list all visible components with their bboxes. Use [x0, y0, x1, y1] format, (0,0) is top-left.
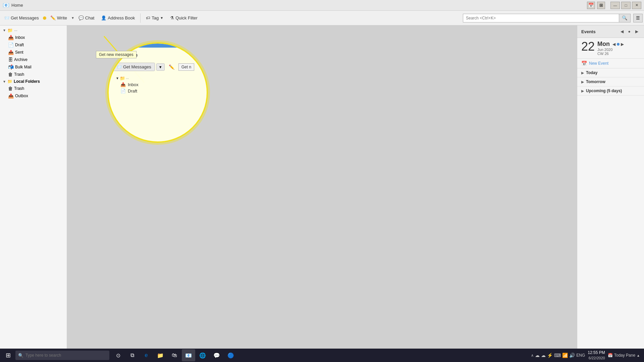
trash-icon-account: 🗑 — [8, 72, 13, 77]
write-button[interactable]: ✏️ Write — [48, 14, 70, 22]
tag-button[interactable]: 🏷 Tag ▼ — [143, 14, 166, 22]
events-group-upcoming-header[interactable]: ▶ Upcoming (5 days) — [577, 86, 644, 95]
zoom-pencil-icon[interactable]: ✏️ — [166, 63, 177, 71]
zoom-get-tooltip: Get n — [178, 63, 194, 71]
taskbar-sys-icons: ∧ ☁ ☁ ⚡ ⌨ 📶 🔊 ENG — [531, 353, 585, 358]
taskbar-slack-btn[interactable]: 💬 — [210, 349, 223, 361]
events-today-btn[interactable]: ● — [626, 28, 633, 35]
get-messages-button[interactable]: 📨 Get Messages — [1, 14, 42, 22]
calendar-week: CW 26 — [597, 52, 624, 56]
taskbar-today-pane[interactable]: 📅 Today Pane ▲ — [608, 353, 640, 358]
quick-filter-button[interactable]: ⚗ Quick Filter — [167, 14, 200, 22]
outbox-icon: 📤 — [8, 93, 14, 99]
taskbar-time-display: 12:55 PM — [588, 350, 605, 356]
toolbar: 📨 Get Messages ✏️ Write ▼ 💬 Chat 👤 Addre… — [0, 11, 644, 25]
bulk-mail-icon: 📬 — [8, 64, 14, 70]
minimize-button[interactable]: — — [610, 2, 620, 9]
maximize-button[interactable]: □ — [621, 2, 631, 9]
new-event-button[interactable]: 📅 New Event — [577, 59, 644, 68]
calendar-icon-btn[interactable]: 📅 — [587, 2, 595, 9]
local-folders-header[interactable]: ▼ 📁 Local Folders — [0, 78, 67, 85]
sidebar-item-inbox[interactable]: 📥 Inbox — [0, 34, 67, 41]
account-icon: 📁 — [7, 28, 13, 33]
taskbar-edge-btn[interactable]: e — [140, 349, 153, 361]
events-group-tomorrow-header[interactable]: ▶ Tomorrow — [577, 77, 644, 86]
zoom-get-messages-btn[interactable]: 📨 Get Messages — [113, 63, 155, 71]
chat-button[interactable]: 💬 Chat — [76, 14, 97, 22]
events-title: Events — [581, 29, 596, 34]
taskbar-taskview-btn[interactable]: ⧉ — [125, 349, 139, 361]
address-book-button[interactable]: 👤 Address Book — [98, 14, 138, 22]
taskbar-mail-btn[interactable]: 📧 — [182, 349, 195, 361]
taskbar-clock[interactable]: 12:55 PM 6/22/2020 — [588, 350, 605, 361]
sent-icon: 📤 — [8, 50, 14, 55]
sidebar-item-trash-local[interactable]: 🗑 Trash — [0, 85, 67, 92]
events-group-tomorrow: ▶ Tomorrow — [577, 77, 644, 86]
sidebar-item-trash-account[interactable]: 🗑 Trash — [0, 71, 67, 78]
calendar-section: 22 Mon ◀ ▶ Jun 2020 CW 26 — [577, 38, 644, 59]
app-icon: 📧 — [3, 2, 9, 8]
events-prev-btn[interactable]: ◀ — [619, 28, 625, 35]
zoom-get-messages-icon: 📨 — [116, 64, 122, 69]
taskbar-cortana-btn[interactable]: ⊙ — [111, 349, 125, 361]
upcoming-expand-icon: ▶ — [581, 89, 584, 93]
taskbar-arrow-icon[interactable]: ∧ — [531, 353, 534, 358]
taskbar-usb-icon: ⚡ — [547, 353, 553, 358]
taskbar-wifi-icon: 📶 — [562, 353, 568, 358]
taskbar-search-box[interactable]: 🔍 — [15, 351, 109, 360]
calendar-nav: ◀ ▶ — [612, 42, 624, 47]
sidebar: ▼ 📁 ··· 📥 Inbox 📄 Draft 📤 Sent 🗄 Archive… — [0, 25, 67, 349]
sidebar-item-outbox[interactable]: 📤 Outbox — [0, 92, 67, 100]
taskbar-app-btn[interactable]: 🔵 — [224, 349, 237, 361]
events-next-btn[interactable]: ▶ — [633, 28, 640, 35]
account-row[interactable]: ▼ 📁 ··· — [0, 27, 67, 34]
zoom-expand-arrow: ▼ — [116, 76, 119, 80]
zoom-title-bar — [109, 44, 207, 48]
layout-icon-btn[interactable]: ⊞ — [597, 2, 605, 9]
calendar-prev-btn[interactable]: ◀ — [612, 42, 615, 47]
filter-icon: ⚗ — [170, 15, 174, 20]
title-bar: 📧 Home 📅 ⊞ — □ ✕ — [0, 0, 644, 11]
taskbar-chrome-btn[interactable]: 🌐 — [196, 349, 209, 361]
local-folders-expand-arrow: ▼ — [3, 80, 6, 83]
taskbar-icons: ⊙ ⧉ e 📁 🛍 📧 🌐 💬 🔵 — [111, 349, 237, 361]
search-input[interactable] — [463, 14, 619, 22]
taskbar-right: ∧ ☁ ☁ ⚡ ⌨ 📶 🔊 ENG 12:55 PM 6/22/2020 📅 T… — [531, 350, 643, 361]
calendar-next-btn[interactable]: ▶ — [621, 42, 624, 47]
taskbar-onedrive-icon: ☁ — [541, 353, 546, 358]
window-controls: 📅 ⊞ — □ ✕ — [587, 2, 641, 9]
local-folders-icon: 📁 — [7, 79, 12, 84]
events-group-today-header[interactable]: ▶ Today — [577, 68, 644, 77]
zoom-sidebar-expand[interactable]: ▼ 📁 ··· — [113, 75, 203, 81]
sidebar-item-bulk-mail[interactable]: 📬 Bulk Mail — [0, 63, 67, 71]
hamburger-icon: ☰ — [636, 15, 640, 20]
taskbar-language-label: ENG — [576, 353, 585, 358]
calendar-day-number: 22 — [581, 41, 595, 53]
sidebar-item-sent[interactable]: 📤 Sent — [0, 49, 67, 56]
calendar-month: Jun 2020 — [597, 48, 624, 52]
zoom-inbox[interactable]: 📥 Inbox — [113, 81, 203, 88]
zoom-home-icon: 🏠 — [113, 52, 120, 59]
calendar-taskbar-icon: 📅 — [608, 353, 613, 358]
calendar-day-name: Mon — [597, 41, 610, 48]
get-messages-icon: 📨 — [4, 15, 9, 20]
taskbar-explorer-btn[interactable]: 📁 — [154, 349, 167, 361]
zoom-draft[interactable]: 📄 Draft — [113, 88, 203, 94]
start-button[interactable]: ⊞ — [1, 349, 15, 361]
search-button[interactable]: 🔍 — [619, 14, 631, 22]
taskbar-search-input[interactable] — [25, 353, 107, 358]
sidebar-item-draft[interactable]: 📄 Draft — [0, 41, 67, 49]
write-dropdown-arrow[interactable]: ▼ — [71, 16, 74, 20]
zoom-get-messages-arrow[interactable]: ▼ — [156, 63, 165, 71]
tag-arrow: ▼ — [160, 16, 163, 20]
events-group-upcoming: ▶ Upcoming (5 days) — [577, 86, 644, 96]
taskbar-store-btn[interactable]: 🛍 — [168, 349, 181, 361]
sidebar-item-archive[interactable]: 🗄 Archive — [0, 56, 67, 63]
taskbar: ⊞ 🔍 ⊙ ⧉ e 📁 🛍 📧 🌐 💬 🔵 ∧ ☁ ☁ ⚡ ⌨ 📶 🔊 ENG … — [0, 349, 644, 362]
chat-icon: 💬 — [78, 15, 84, 20]
events-group-today: ▶ Today — [577, 68, 644, 77]
taskbar-date-display: 6/22/2020 — [588, 356, 605, 361]
tomorrow-expand-icon: ▶ — [581, 80, 584, 84]
menu-button[interactable]: ☰ — [633, 14, 643, 22]
close-button[interactable]: ✕ — [632, 2, 641, 9]
